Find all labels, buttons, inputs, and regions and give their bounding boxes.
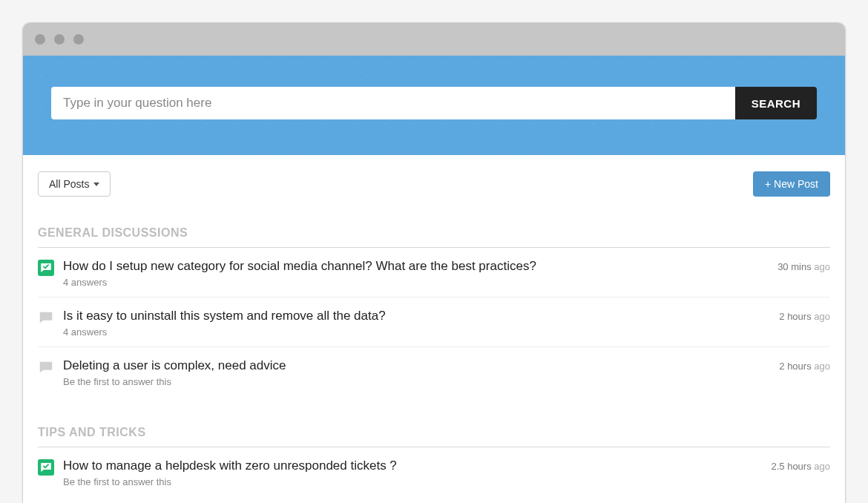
post-row[interactable]: Deleting a user is complex, need adviceB…	[38, 347, 830, 396]
post-time-value: 2 hours	[779, 311, 811, 322]
speech-bubble-icon	[38, 359, 54, 375]
post-row[interactable]: How to manage a helpdesk with zero unres…	[38, 447, 830, 496]
post-time: 2.5 hours ago	[771, 461, 830, 472]
filter-label: All Posts	[49, 178, 89, 190]
post-title[interactable]: Deleting a user is complex, need advice	[63, 358, 770, 375]
toolbar: All Posts + New Post	[38, 171, 830, 197]
search-bar: SEARCH	[51, 87, 817, 119]
chevron-down-icon	[93, 183, 99, 186]
post-time-suffix: ago	[814, 311, 830, 322]
post-body: How do I setup new category for social m…	[63, 258, 769, 288]
post-body: Is it easy to uninstall this system and …	[63, 308, 770, 338]
post-time-value: 2.5 hours	[771, 461, 811, 472]
post-title[interactable]: How to manage a helpdesk with zero unres…	[63, 458, 762, 475]
post-time-suffix: ago	[814, 261, 830, 272]
post-title[interactable]: Is it easy to uninstall this system and …	[63, 308, 770, 325]
answered-icon	[38, 459, 54, 476]
window-titlebar	[23, 23, 845, 56]
search-input[interactable]	[51, 87, 735, 119]
post-time: 30 mins ago	[777, 261, 830, 272]
section-title: GENERAL DISCUSSIONS	[38, 226, 830, 248]
browser-window: SEARCH All Posts + New Post GENERAL DISC…	[22, 22, 846, 503]
answered-icon	[38, 260, 54, 276]
speech-bubble-icon	[38, 309, 54, 326]
post-body: How to manage a helpdesk with zero unres…	[63, 458, 762, 487]
search-hero: SEARCH	[23, 56, 845, 155]
post-time: 2 hours ago	[779, 311, 830, 322]
post-time-value: 30 mins	[777, 261, 812, 272]
window-dot-icon	[73, 34, 84, 45]
content-area: All Posts + New Post GENERAL DISCUSSIONS…	[23, 155, 845, 503]
window-dot-icon	[35, 34, 45, 45]
forum-section: GENERAL DISCUSSIONSHow do I setup new ca…	[38, 226, 830, 396]
post-row[interactable]: Is it easy to uninstall this system and …	[38, 297, 830, 347]
post-answers-meta: Be the first to answer this	[63, 476, 762, 487]
section-title: TIPS AND TRICKS	[38, 426, 830, 447]
new-post-button[interactable]: + New Post	[753, 171, 830, 197]
post-answers-meta: 4 answers	[63, 326, 770, 338]
post-body: Deleting a user is complex, need adviceB…	[63, 358, 770, 387]
post-time-suffix: ago	[814, 461, 830, 472]
forum-section: TIPS AND TRICKSHow to manage a helpdesk …	[38, 426, 830, 496]
post-answers-meta: 4 answers	[63, 277, 769, 288]
window-dot-icon	[54, 34, 65, 45]
post-title[interactable]: How do I setup new category for social m…	[63, 258, 769, 275]
post-row[interactable]: How do I setup new category for social m…	[38, 248, 830, 297]
post-time: 2 hours ago	[779, 361, 830, 372]
search-button[interactable]: SEARCH	[735, 87, 817, 119]
post-time-value: 2 hours	[779, 361, 811, 372]
post-time-suffix: ago	[814, 361, 830, 372]
filter-dropdown[interactable]: All Posts	[38, 171, 111, 197]
post-answers-meta: Be the first to answer this	[63, 376, 770, 387]
